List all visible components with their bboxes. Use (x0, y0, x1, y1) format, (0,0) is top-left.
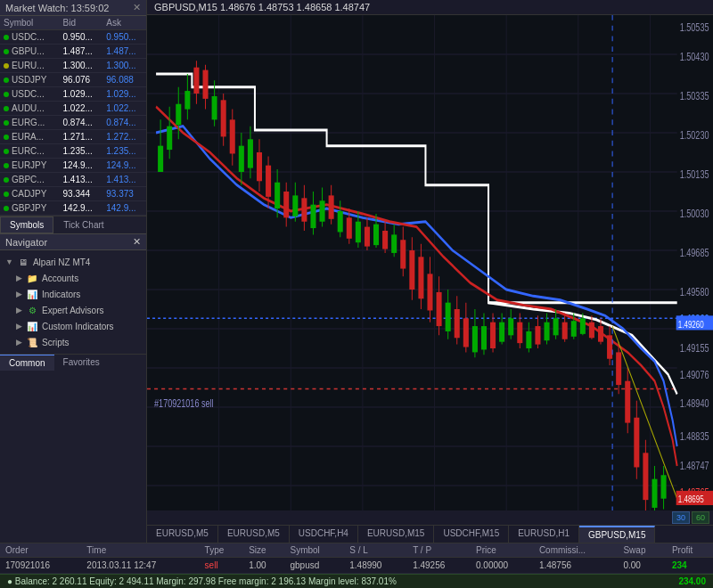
nav-tab-favorites[interactable]: Favorites (54, 355, 109, 371)
svg-rect-132 (643, 453, 648, 500)
status-dot (4, 177, 9, 183)
navigator-panel: Navigator ✕ ▼ 🖥 Alpari NZ MT4 ▶ 📁 Accoun… (0, 234, 146, 543)
expand-icon: ▶ (16, 338, 22, 347)
nav-item-accounts[interactable]: ▶ 📁 Accounts (0, 270, 146, 286)
symbol-name: EURU... (12, 61, 45, 70)
market-row[interactable]: GBPC... 1.413... 1.413... (0, 173, 146, 187)
nav-item-scripts[interactable]: ▶ 📜 Scripts (0, 334, 146, 350)
market-row[interactable]: EURU... 1.300... 1.300... (0, 59, 146, 73)
market-watch-title: Market Watch: 13:59:02 (5, 3, 109, 13)
market-row[interactable]: AUDU... 1.022... 1.022... (0, 102, 146, 116)
market-watch-header: Market Watch: 13:59:02 ✕ (0, 0, 146, 16)
col-bid: Bid (60, 16, 103, 30)
order-row[interactable]: 1709210162013.03.11 12:47sell1.00gbpusd1… (0, 558, 713, 574)
market-watch-close[interactable]: ✕ (133, 2, 141, 13)
status-dot (4, 35, 9, 40)
bid-value: 0.950... (60, 30, 103, 45)
svg-rect-118 (580, 318, 586, 334)
svg-text:1.49155: 1.49155 (680, 342, 709, 355)
tab-symbols[interactable]: Symbols (0, 216, 53, 233)
profit-value: 234.00 (678, 576, 706, 586)
symbol-name: EURG... (12, 118, 45, 127)
order-col-type: Type (200, 543, 244, 558)
market-row[interactable]: EURJPY 124.9... 124.9... (0, 159, 146, 173)
svg-rect-120 (589, 323, 594, 339)
svg-rect-96 (481, 326, 487, 349)
svg-text:1.49580: 1.49580 (680, 286, 709, 298)
svg-text:1.48747: 1.48747 (680, 460, 709, 472)
market-row[interactable]: USDJPY 96.076 96.088 (0, 73, 146, 87)
svg-rect-74 (382, 231, 388, 249)
svg-text:1.48940: 1.48940 (680, 396, 709, 409)
svg-rect-98 (490, 323, 496, 348)
nav-item-alpari-nz-mt4[interactable]: ▼ 🖥 Alpari NZ MT4 (0, 254, 146, 270)
bid-value: 1.271... (60, 130, 103, 144)
top-area: Market Watch: 13:59:02 ✕ Symbol Bid Ask … (0, 0, 713, 543)
status-dot (4, 106, 9, 111)
market-row[interactable]: EURG... 0.874... 0.874... (0, 116, 146, 130)
nav-item-expert-advisors[interactable]: ▶ ⚙ Expert Advisors (0, 302, 146, 318)
bid-value: 1.235... (60, 144, 103, 159)
svg-rect-92 (463, 318, 469, 347)
chart-tab-eurusd-m5[interactable]: EURUSD,M5 (218, 526, 290, 543)
svg-rect-78 (400, 240, 406, 268)
svg-rect-88 (446, 303, 451, 331)
market-row[interactable]: USDC... 0.950... 0.950... (0, 30, 146, 45)
nav-item-indicators[interactable]: ▶ 📊 Indicators (0, 286, 146, 302)
svg-rect-38 (221, 100, 226, 136)
svg-text:1.50030: 1.50030 (680, 208, 709, 220)
nav-tab-common[interactable]: Common (0, 355, 54, 371)
bid-value: 1.029... (60, 87, 103, 102)
svg-rect-126 (616, 352, 621, 385)
tab-tick-chart[interactable]: Tick Chart (53, 216, 113, 233)
market-row[interactable]: GBPJPY 142.9... 142.9... (0, 201, 146, 216)
svg-rect-106 (526, 331, 531, 348)
symbol-name: USDC... (12, 32, 45, 42)
order-col-size: Size (243, 543, 284, 558)
chart-tab-eurusd-m15[interactable]: EURUSD,M15 (358, 526, 434, 543)
svg-text:1.50230: 1.50230 (680, 129, 709, 142)
svg-text:1.50335: 1.50335 (680, 90, 709, 102)
chart-tab-usdchf-m15[interactable]: USDCHF,M15 (434, 526, 509, 543)
ask-value: 0.950... (102, 30, 146, 45)
chart-tab-gbpusd-m15[interactable]: GBPUSD,M15 (579, 526, 655, 543)
chart-tab-usdchf-h4[interactable]: USDCHF,H4 (290, 526, 358, 543)
order-cell: 1.48990 (344, 558, 407, 574)
market-row[interactable]: CADJPY 93.344 93.373 (0, 187, 146, 201)
svg-rect-54 (292, 195, 298, 216)
ask-value: 0.874... (102, 116, 146, 130)
market-row[interactable]: EURA... 1.271... 1.272... (0, 130, 146, 144)
symbol-name: USDJPY (12, 75, 46, 85)
svg-rect-48 (266, 166, 271, 197)
time-bar: 30 60 (147, 510, 713, 525)
chart-tab-eurusd-m5[interactable]: EURUSD,M5 (147, 526, 218, 543)
nav-item-custom-indicators[interactable]: ▶ 📊 Custom Indicators (0, 318, 146, 334)
symbol-name: GBPJPY (12, 203, 46, 213)
ask-value: 1.272... (102, 130, 146, 144)
status-dot (4, 149, 9, 154)
symbol-name: GBPC... (12, 175, 45, 184)
order-cell: 0.00000 (471, 558, 534, 574)
bid-value: 0.874... (60, 116, 103, 130)
bid-value: 96.076 (60, 73, 103, 87)
chart-main[interactable]: #170921016 sell 1.50535 1.50430 1.50335 … (147, 15, 713, 525)
svg-rect-108 (535, 326, 540, 345)
chart-area: GBPUSD,M15 1.48676 1.48753 1.48658 1.487… (147, 0, 713, 543)
status-dot (4, 163, 9, 168)
svg-rect-44 (248, 139, 253, 167)
svg-rect-128 (625, 381, 630, 423)
market-row[interactable]: USDC... 1.029... 1.029... (0, 87, 146, 102)
order-col-time: Time (81, 543, 199, 558)
order-col-t---p: T / P (407, 543, 471, 558)
market-row[interactable]: GBPU... 1.487... 1.487... (0, 45, 146, 59)
svg-text:1.49076: 1.49076 (680, 368, 709, 380)
svg-rect-84 (427, 274, 432, 310)
svg-rect-46 (257, 152, 262, 181)
chart-tab-eurusd-h1[interactable]: EURUSD,H1 (509, 526, 579, 543)
market-row[interactable]: EURC... 1.235... 1.235... (0, 144, 146, 159)
chart-tabs: EURUSD,M5EURUSD,M5USDCHF,H4EURUSD,M15USD… (147, 525, 713, 543)
svg-rect-102 (508, 318, 513, 335)
navigator-close[interactable]: ✕ (133, 236, 141, 248)
order-cell: 1.48756 (534, 558, 619, 574)
chart-icon: 📊 (26, 288, 38, 300)
